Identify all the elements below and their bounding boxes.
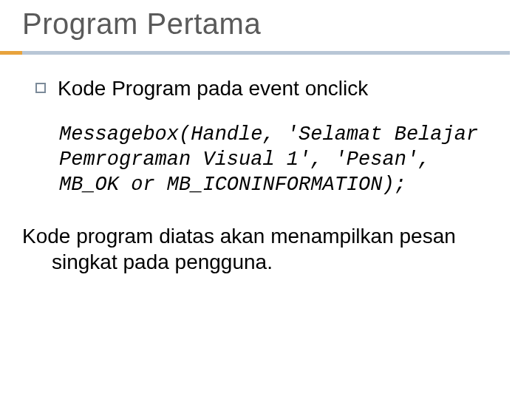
code-snippet: Messagebox(Handle, 'Selamat Belajar Pemr… bbox=[59, 123, 495, 197]
title-underline bbox=[22, 51, 510, 55]
bullet-item: Kode Program pada event onclick bbox=[35, 77, 510, 100]
square-bullet-icon bbox=[35, 83, 46, 93]
closing-line-2: singkat pada pengguna. bbox=[22, 249, 495, 275]
closing-paragraph: Kode program diatas akan menampilkan pes… bbox=[22, 223, 495, 275]
slide-title: Program Pertama bbox=[22, 7, 510, 41]
slide: Program Pertama Kode Program pada event … bbox=[0, 0, 532, 399]
closing-line-1: Kode program diatas akan menampilkan pes… bbox=[22, 225, 456, 248]
bullet-text: Kode Program pada event onclick bbox=[58, 77, 368, 100]
title-underline-accent bbox=[0, 51, 22, 55]
